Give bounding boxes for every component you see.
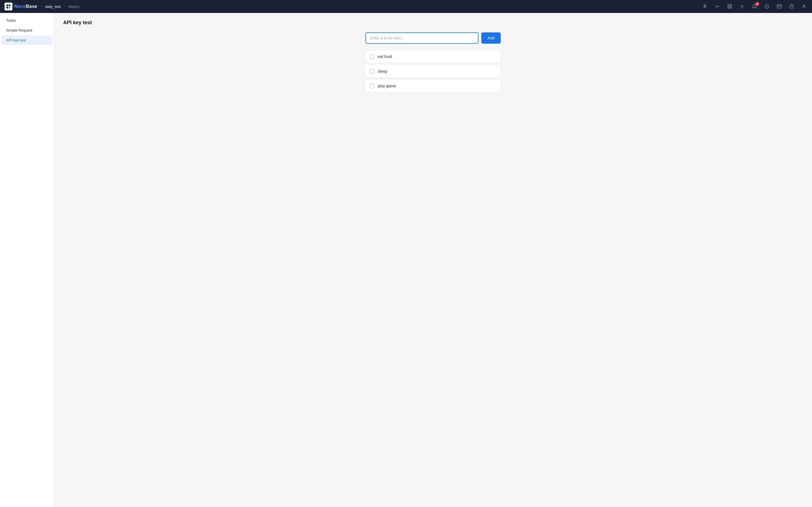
main-layout: Todos Simple Request API key test API ke… (0, 13, 812, 507)
svg-point-13 (803, 5, 805, 6)
todo-item-3: play game (365, 80, 501, 92)
todo-text-3: play game (378, 83, 396, 88)
todo-item-1: eat food (365, 50, 501, 63)
sidebar-item-todos[interactable]: Todos (2, 16, 52, 25)
svg-rect-0 (6, 4, 8, 6)
user-icon[interactable] (801, 3, 808, 10)
svg-rect-3 (9, 7, 10, 8)
svg-rect-1 (9, 4, 10, 6)
help-icon[interactable] (788, 3, 795, 10)
svg-rect-7 (728, 7, 729, 8)
todo-checkbox-2[interactable] (370, 69, 374, 73)
api-icon[interactable] (714, 3, 721, 10)
sidebar: Todos Simple Request API key test (0, 13, 54, 507)
svg-rect-6 (730, 4, 732, 6)
nav-tab-daily-test[interactable]: daily_test (43, 3, 63, 10)
logo-icon (4, 3, 12, 10)
sidebar-item-api-key-test[interactable]: API key test (2, 36, 52, 45)
apps-icon[interactable] (726, 3, 733, 10)
todo-text-2: sleep (378, 69, 387, 73)
svg-point-4 (716, 6, 717, 7)
sidebar-item-simple-request[interactable]: Simple Request (2, 25, 52, 35)
todo-checkbox-3[interactable] (370, 83, 374, 88)
todo-input[interactable] (365, 33, 478, 44)
svg-rect-2 (6, 7, 8, 8)
todo-text-1: eat food (378, 54, 392, 59)
logo[interactable]: NocoBase (4, 3, 37, 10)
svg-rect-5 (728, 4, 729, 6)
todo-item-2: sleep (365, 65, 501, 77)
settings-icon[interactable] (739, 3, 746, 10)
input-row: Add (365, 33, 501, 44)
notification-icon[interactable]: 8 (751, 3, 758, 10)
pin-icon[interactable] (702, 3, 708, 10)
svg-rect-8 (730, 7, 732, 8)
mail-icon[interactable] (776, 3, 783, 10)
todo-list: eat food sleep play game (365, 50, 501, 92)
top-nav: NocoBase daily_test history 8 (0, 0, 812, 13)
nav-icons: 8 (702, 3, 808, 10)
page-title: API key test (63, 20, 803, 25)
check-circle-icon[interactable] (763, 3, 770, 10)
main-content: API key test Add eat food sleep play gam… (54, 13, 812, 507)
svg-point-9 (742, 6, 743, 7)
nav-tab-history[interactable]: history (66, 3, 82, 10)
add-button[interactable]: Add (481, 33, 501, 44)
logo-text: NocoBase (14, 4, 37, 9)
notification-badge: 8 (755, 2, 759, 6)
todo-checkbox-1[interactable] (370, 54, 374, 59)
